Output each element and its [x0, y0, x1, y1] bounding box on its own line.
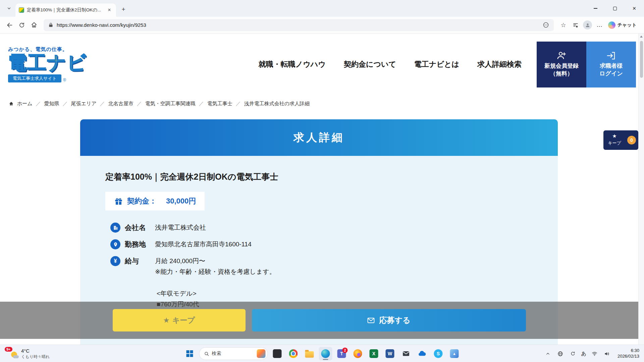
app-firefox[interactable]: [351, 347, 365, 360]
breadcrumb-home[interactable]: ホーム: [17, 101, 33, 107]
detail-row-company: 会社名 浅井電工株式会社: [110, 223, 533, 233]
header-buttons: 新規会員登録 （無料） 求職者様 ログイン: [537, 42, 636, 87]
breadcrumb-city[interactable]: 北名古屋市: [108, 101, 133, 107]
breadcrumb: ホーム ／ 愛知県 ／ 尾張エリア ／ 北名古屋市 ／ 電気・空調工事関連職 ／…: [0, 100, 644, 107]
login-button[interactable]: 求職者様 ログイン: [586, 42, 636, 87]
clock-time: 6:30: [618, 348, 639, 354]
detail-value: 浅井電工株式会社: [155, 223, 206, 233]
app-edge[interactable]: [319, 347, 332, 360]
detail-note: ※能力・年齢・経験・資格を考慮します。: [155, 266, 276, 277]
nav-item-about[interactable]: 電工ナビとは: [414, 59, 459, 69]
breadcrumb-job-type[interactable]: 電気工事士: [207, 101, 232, 107]
weather-widget[interactable]: 9+ 4°C くもり時々晴れ: [3, 345, 52, 362]
gift-icon: [114, 197, 123, 206]
maximize-button[interactable]: [605, 0, 625, 17]
keep-float-widget[interactable]: ★ キープ 0: [603, 130, 638, 150]
scrollbar-thumb[interactable]: [640, 41, 643, 78]
wifi-button[interactable]: [591, 350, 599, 358]
ellipsis-circle-icon[interactable]: [543, 22, 549, 28]
breadcrumb-area[interactable]: 尾張エリア: [71, 101, 97, 107]
nav-item-job-search[interactable]: 求人詳細検索: [477, 59, 522, 69]
tab-search-button[interactable]: [4, 4, 14, 13]
sync-icon: [570, 351, 576, 356]
register-button[interactable]: 新規会員登録 （無料）: [537, 42, 586, 87]
globe-icon: [557, 351, 563, 357]
screen: 定着率100%｜完全週休2日制OKの... × + × https://www.…: [0, 0, 644, 362]
sticky-action-bar: ★ キープ 応募する: [0, 302, 638, 339]
salary-value-block: 月給 240,000円〜 ※能力・年齢・経験・資格を考慮します。: [155, 256, 276, 277]
contract-money-value: 30,000円: [166, 196, 196, 206]
firefox-icon: [354, 349, 362, 358]
detail-label: 給与: [125, 256, 155, 266]
app-file-explorer[interactable]: [303, 347, 316, 360]
search-placeholder: 検索: [212, 351, 254, 357]
network-globe-button[interactable]: [556, 350, 565, 358]
detail-value: 月給 240,000円〜: [155, 256, 276, 266]
app-onedrive[interactable]: [416, 347, 429, 360]
nav-item-contract-money[interactable]: 契約金について: [344, 59, 396, 69]
favorites-list-button[interactable]: [570, 19, 581, 31]
tab-close-icon[interactable]: ×: [106, 7, 113, 13]
app-terminal[interactable]: [271, 347, 284, 360]
excel-icon: X: [370, 349, 378, 358]
word-icon: W: [386, 349, 394, 358]
nav-item-knowhow[interactable]: 就職・転職ノウハウ: [259, 59, 326, 69]
browser-tab[interactable]: 定着率100%｜完全週休2日制OKの... ×: [15, 3, 116, 17]
weather-desc: くもり時々晴れ: [21, 354, 50, 360]
keep-button[interactable]: ★ キープ: [113, 309, 246, 331]
address-bar[interactable]: https://www.denko-navi.com/kyujin/9253: [44, 19, 554, 31]
settings-more-button[interactable]: …: [594, 19, 605, 31]
wifi-icon: [592, 351, 597, 357]
avatar: [583, 20, 592, 29]
app-chrome[interactable]: [287, 347, 300, 360]
file-explorer-icon: [305, 351, 314, 358]
person-icon: [585, 22, 590, 28]
taskbar: 9+ 4°C くもり時々晴れ 検索: [0, 345, 644, 362]
clock[interactable]: 6:30 2026/02/13: [615, 348, 641, 359]
keep-float-label: キープ: [603, 140, 626, 146]
page-scrollbar[interactable]: [638, 34, 644, 345]
app-skype[interactable]: S: [432, 347, 445, 360]
web-page: みつかる、電気の仕事。 電工ナビ 電気工事士求人サイト ® 就職・転職ノウハウ …: [0, 34, 644, 345]
breadcrumb-current: 浅井電工株式会社の求人詳細: [244, 101, 310, 107]
app-mail[interactable]: [399, 347, 413, 360]
site-logo[interactable]: みつかる、電気の仕事。 電工ナビ 電気工事士求人サイト ®: [8, 46, 87, 82]
job-detail-body: 定着率100%｜完全週休2日制OKの電気工事士 契約金： 30,000円 会社名…: [80, 156, 558, 310]
start-button[interactable]: [183, 347, 197, 360]
app-teams[interactable]: T 2: [335, 347, 348, 360]
close-button[interactable]: ×: [625, 0, 644, 17]
apply-button[interactable]: 応募する: [252, 309, 526, 331]
apply-button-label: 応募する: [379, 315, 410, 325]
back-button[interactable]: [4, 19, 15, 31]
home-button[interactable]: [28, 19, 40, 31]
logo-subtitle: 電気工事士求人サイト: [8, 74, 61, 82]
breadcrumb-prefecture[interactable]: 愛知県: [44, 101, 59, 107]
search-highlights-icon: [257, 349, 266, 358]
profile-button[interactable]: [582, 19, 593, 31]
copilot-button[interactable]: チャット: [606, 20, 640, 30]
site-header: みつかる、電気の仕事。 電工ナビ 電気工事士求人サイト ® 就職・転職ノウハウ …: [0, 34, 644, 95]
edge-icon: [321, 349, 330, 358]
detail-label: 会社名: [125, 223, 155, 233]
url-text: https://www.denko-navi.com/kyujin/9253: [57, 22, 146, 28]
minimize-button[interactable]: [586, 0, 605, 17]
taskbar-search[interactable]: 検索: [199, 347, 268, 360]
app-excel[interactable]: X: [367, 347, 381, 360]
scrollbar-up-icon[interactable]: [640, 36, 643, 38]
app-photos[interactable]: ▲: [448, 347, 461, 360]
app-word[interactable]: W: [383, 347, 397, 360]
breadcrumb-job-category[interactable]: 電気・空調工事関連職: [145, 101, 196, 107]
ime-indicator[interactable]: あ: [581, 351, 586, 357]
hidden-icons-button[interactable]: [544, 350, 552, 358]
volume-button[interactable]: [603, 350, 611, 358]
bookmark-star-button[interactable]: ☆: [558, 19, 569, 31]
sync-button[interactable]: [569, 350, 577, 358]
logo-tagline: みつかる、電気の仕事。: [8, 46, 87, 53]
building-icon: [110, 223, 120, 233]
breadcrumb-separator: ／: [100, 101, 105, 107]
contract-money-box: 契約金： 30,000円: [105, 192, 205, 210]
refresh-button[interactable]: [16, 19, 28, 31]
new-tab-button[interactable]: +: [119, 5, 128, 14]
windows-logo-icon: [186, 350, 193, 357]
login-enter-icon: [606, 51, 616, 61]
